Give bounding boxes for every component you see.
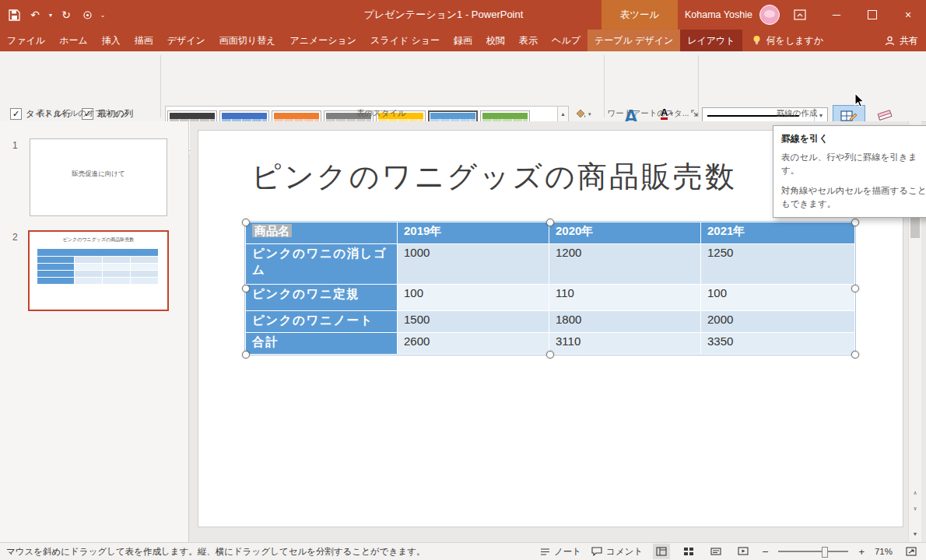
table-row: ピンクのワニ定規 100 110 100 bbox=[246, 285, 855, 311]
status-bar: マウスを斜めにドラッグして表を作成します。縦、横にドラッグしてセルを分割すること… bbox=[0, 542, 926, 560]
ribbon: ✓タイトル行 ✓最初の列 集計行 最後の列 ✓縞模様 (行) 縞模様 (列) 表… bbox=[0, 51, 926, 122]
table-cell[interactable]: 110 bbox=[549, 285, 701, 311]
person-icon bbox=[885, 36, 895, 46]
redo-icon[interactable]: ↻ bbox=[57, 5, 75, 25]
account-area[interactable]: Kohama Yoshie bbox=[685, 0, 780, 30]
table-cell[interactable]: ピンクのワニの消しゴム bbox=[246, 244, 398, 285]
table-cell[interactable]: ピンクのワニ定規 bbox=[246, 285, 398, 311]
normal-view-button[interactable] bbox=[653, 544, 670, 559]
table-resize-handle[interactable] bbox=[851, 285, 859, 292]
group-label-wordart: ワードアートのスタ... bbox=[607, 108, 689, 119]
tab-insert[interactable]: 挿入 bbox=[95, 30, 128, 51]
tab-view[interactable]: 表示 bbox=[512, 30, 545, 51]
tab-record[interactable]: 録画 bbox=[447, 30, 479, 51]
table-cell[interactable]: 3350 bbox=[701, 333, 855, 355]
slide-2-number: 2 bbox=[12, 232, 18, 243]
table-resize-handle[interactable] bbox=[242, 285, 250, 292]
slide-2-thumbnail-selected[interactable]: ピンクのワニグッズの商品販売数 bbox=[28, 230, 169, 311]
table-resize-handle[interactable] bbox=[242, 219, 250, 226]
tab-animations[interactable]: アニメーション bbox=[282, 30, 363, 51]
group-separator bbox=[698, 55, 699, 117]
group-label-table-styles: 表のスタイル bbox=[165, 108, 598, 119]
table-resize-handle[interactable] bbox=[546, 351, 554, 359]
slide-1-number: 1 bbox=[12, 140, 18, 151]
table-resize-handle[interactable] bbox=[242, 351, 250, 359]
table-cell[interactable]: 1200 bbox=[549, 244, 701, 285]
table-cell[interactable]: 2000 bbox=[701, 311, 855, 333]
zoom-slider[interactable] bbox=[778, 551, 848, 552]
tab-design[interactable]: デザイン bbox=[160, 30, 212, 51]
tab-table-design[interactable]: テーブル デザイン bbox=[588, 30, 680, 51]
zoom-percent[interactable]: 71% bbox=[875, 547, 893, 556]
share-button[interactable]: 共有 bbox=[885, 30, 918, 51]
contextual-tool-badge: 表ツール bbox=[602, 0, 678, 30]
tab-draw[interactable]: 描画 bbox=[128, 30, 160, 51]
notes-button[interactable]: ノート bbox=[540, 546, 581, 558]
notes-label: ノート bbox=[554, 546, 581, 558]
undo-dropdown-icon[interactable]: ▾ bbox=[47, 5, 54, 25]
table-cell[interactable]: 100 bbox=[701, 285, 855, 311]
touch-mode-icon[interactable] bbox=[78, 5, 96, 25]
table-resize-handle[interactable] bbox=[851, 351, 859, 359]
group-label-style-options: 表スタイルのオプション bbox=[6, 108, 159, 119]
tab-table-layout[interactable]: レイアウト bbox=[680, 30, 742, 51]
slide-table[interactable]: 商品名 2019年 2020年 2021年 ピンクのワニの消しゴム 1000 1… bbox=[245, 222, 855, 355]
undo-icon[interactable]: ↶ bbox=[26, 5, 44, 25]
table-header-cell[interactable]: 2020年 bbox=[549, 222, 701, 244]
table-cell[interactable]: 3110 bbox=[549, 333, 701, 355]
table-cell[interactable]: 1250 bbox=[701, 244, 855, 285]
table-cell[interactable]: 100 bbox=[398, 285, 549, 311]
tab-home[interactable]: ホーム bbox=[52, 30, 95, 51]
table-cell[interactable]: 合計 bbox=[246, 333, 398, 355]
tab-file[interactable]: ファイル bbox=[0, 30, 52, 51]
maximize-button[interactable] bbox=[854, 0, 890, 30]
next-slide-icon[interactable]: ∨ bbox=[909, 502, 921, 515]
share-label: 共有 bbox=[900, 34, 918, 47]
close-button[interactable]: × bbox=[890, 0, 926, 30]
fit-to-window-icon[interactable] bbox=[903, 544, 920, 559]
status-hint: マウスを斜めにドラッグして表を作成します。縦、横にドラッグしてセルを分割すること… bbox=[6, 546, 425, 558]
ribbon-tab-row: ファイル ホーム 挿入 描画 デザイン 画面切り替え アニメーション スライド … bbox=[0, 30, 926, 51]
table-header-text: 2021年 bbox=[707, 224, 745, 237]
zoom-slider-thumb[interactable] bbox=[822, 547, 828, 558]
table-header-cell[interactable]: 2021年 bbox=[701, 222, 855, 244]
powerpoint-window: ↶ ▾ ↻ ⌄ プレゼンテーション1 - PowerPoint 表ツール Koh… bbox=[0, 0, 926, 560]
comments-button[interactable]: コメント bbox=[591, 546, 643, 558]
avatar[interactable] bbox=[759, 5, 780, 25]
reading-view-button[interactable] bbox=[707, 544, 724, 559]
quick-access-toolbar: ↶ ▾ ↻ ⌄ bbox=[5, 0, 107, 30]
slide-sorter-view-button[interactable] bbox=[680, 544, 697, 559]
window-title: プレゼンテーション1 - PowerPoint bbox=[233, 0, 654, 30]
table-resize-handle[interactable] bbox=[851, 219, 859, 226]
table-cell[interactable]: 1000 bbox=[398, 244, 549, 285]
ribbon-display-options-icon[interactable] bbox=[791, 5, 809, 24]
slide-1-thumbnail-title: 販売促進に向けて bbox=[30, 170, 167, 179]
table-resize-handle[interactable] bbox=[546, 219, 554, 226]
comment-icon bbox=[591, 547, 602, 556]
table-row: ピンクのワニの消しゴム 1000 1200 1250 bbox=[246, 244, 855, 285]
scroll-down-icon[interactable]: ▼ bbox=[909, 527, 921, 540]
save-icon[interactable] bbox=[5, 5, 23, 25]
previous-slide-icon[interactable]: ∧ bbox=[909, 487, 921, 499]
zoom-in-button[interactable]: + bbox=[858, 546, 865, 558]
tooltip-body: 表のセル、行や列に罫線を引きます。 bbox=[781, 151, 926, 177]
table-cell[interactable]: 1500 bbox=[398, 311, 549, 333]
slide-title[interactable]: ピンクのワニグッズの商品販売数 bbox=[251, 157, 737, 197]
table-header-cell[interactable]: 商品名 bbox=[246, 222, 398, 244]
tab-help[interactable]: ヘルプ bbox=[545, 30, 588, 51]
table-cell[interactable]: 2600 bbox=[398, 333, 549, 355]
dialog-launcher-icon[interactable] bbox=[691, 110, 700, 119]
tab-slideshow[interactable]: スライド ショー bbox=[363, 30, 447, 51]
table-cell[interactable]: ピンクのワニノート bbox=[246, 311, 398, 333]
table-cell[interactable]: 1800 bbox=[549, 311, 701, 333]
slide-1-thumbnail[interactable]: 販売促進に向けて bbox=[30, 138, 167, 216]
customize-qat-icon[interactable]: ⌄ bbox=[99, 5, 107, 25]
minimize-button[interactable]: ─ bbox=[819, 0, 854, 30]
table-header-text-selected: 商品名 bbox=[252, 224, 292, 237]
tell-me-box[interactable]: 何をしますか bbox=[742, 30, 833, 51]
zoom-out-button[interactable]: − bbox=[762, 545, 768, 558]
table-header-cell[interactable]: 2019年 bbox=[398, 222, 549, 244]
slideshow-view-button[interactable] bbox=[735, 544, 752, 559]
tab-review[interactable]: 校閲 bbox=[479, 30, 512, 51]
tab-transitions[interactable]: 画面切り替え bbox=[212, 30, 283, 51]
